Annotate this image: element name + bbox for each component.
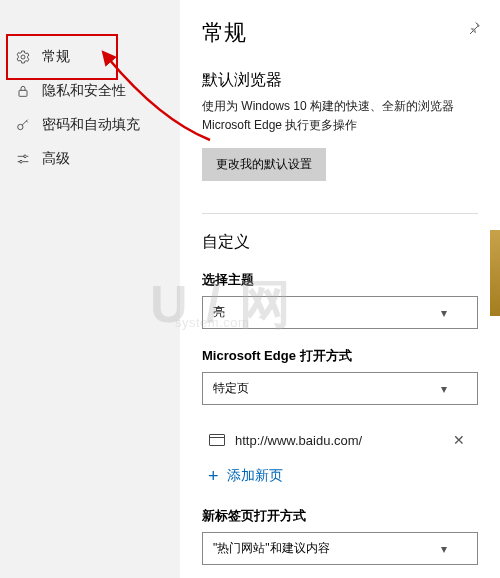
svg-point-2	[18, 124, 23, 129]
sidebar-item-privacy[interactable]: 隐私和安全性	[0, 74, 180, 108]
theme-select[interactable]: 亮 ▾	[202, 296, 478, 329]
open-with-label: Microsoft Edge 打开方式	[202, 347, 478, 365]
svg-point-0	[21, 55, 25, 59]
svg-point-4	[20, 160, 23, 163]
open-with-value: 特定页	[213, 380, 249, 397]
new-tab-label: 新标签页打开方式	[202, 507, 478, 525]
plus-icon: +	[208, 467, 219, 485]
default-browser-heading: 默认浏览器	[202, 70, 478, 91]
new-tab-select[interactable]: "热门网站"和建议内容 ▾	[202, 532, 478, 565]
gear-icon	[14, 48, 32, 66]
page-title: 常规	[202, 18, 478, 48]
settings-main: 常规 默认浏览器 使用为 Windows 10 构建的快速、全新的浏览器 Mic…	[180, 0, 500, 578]
pin-button[interactable]	[466, 20, 482, 40]
add-new-page-label: 添加新页	[227, 467, 283, 485]
theme-select-value: 亮	[213, 304, 225, 321]
sidebar-item-label: 隐私和安全性	[42, 82, 126, 100]
chevron-down-icon: ▾	[441, 306, 447, 320]
sidebar-item-label: 高级	[42, 150, 70, 168]
remove-page-button[interactable]: ✕	[447, 432, 471, 448]
scrollbar-thumb[interactable]	[490, 230, 500, 316]
lock-icon	[14, 82, 32, 100]
change-defaults-button[interactable]: 更改我的默认设置	[202, 148, 326, 181]
page-icon	[209, 434, 225, 446]
chevron-down-icon: ▾	[441, 542, 447, 556]
default-browser-desc: 使用为 Windows 10 构建的快速、全新的浏览器 Microsoft Ed…	[202, 97, 478, 134]
startup-page-row: http://www.baidu.com/ ✕	[202, 423, 478, 457]
divider	[202, 213, 478, 214]
add-new-page-button[interactable]: + 添加新页	[202, 457, 478, 507]
new-tab-value: "热门网站"和建议内容	[213, 540, 330, 557]
settings-sidebar: 常规 隐私和安全性 密码和自动填充 高级	[0, 0, 180, 578]
sidebar-item-passwords[interactable]: 密码和自动填充	[0, 108, 180, 142]
svg-rect-1	[19, 90, 27, 96]
startup-page-url[interactable]: http://www.baidu.com/	[235, 433, 437, 448]
sidebar-item-advanced[interactable]: 高级	[0, 142, 180, 176]
customize-heading: 自定义	[202, 232, 478, 253]
open-with-select[interactable]: 特定页 ▾	[202, 372, 478, 405]
sliders-icon	[14, 150, 32, 168]
chevron-down-icon: ▾	[441, 382, 447, 396]
theme-label: 选择主题	[202, 271, 478, 289]
sidebar-item-label: 密码和自动填充	[42, 116, 140, 134]
sidebar-item-general[interactable]: 常规	[0, 40, 180, 74]
key-icon	[14, 116, 32, 134]
sidebar-item-label: 常规	[42, 48, 70, 66]
